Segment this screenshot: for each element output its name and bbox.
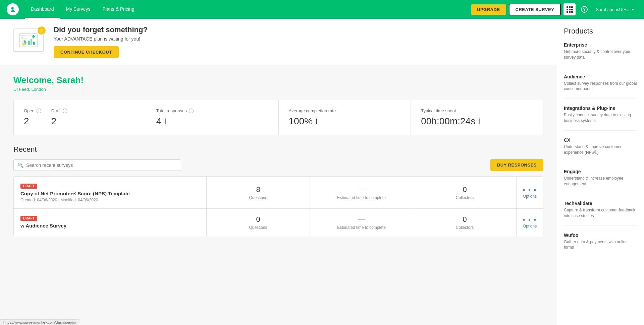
products-panel: Products Enterprise Get more security & …	[557, 19, 644, 325]
draft-badge-1: DRAFT	[20, 216, 37, 221]
avg-completion-label: Average completion rate	[289, 108, 336, 113]
help-button[interactable]: ?	[578, 3, 590, 15]
survey-collectors-0: 0 Collectors	[413, 177, 516, 208]
draft-info-icon[interactable]: i	[63, 109, 67, 113]
survey-estimated-time-0: — Estimated time to complete	[310, 177, 413, 208]
create-survey-button[interactable]: CREATE SURVEY	[509, 4, 561, 15]
options-label-0[interactable]: Options	[523, 194, 537, 199]
svg-rect-6	[21, 38, 28, 39]
open-info-icon[interactable]: i	[37, 109, 41, 113]
open-label: Open	[24, 108, 35, 113]
promo-image: ⭐	[13, 28, 47, 55]
typical-time-info-icon[interactable]: i	[478, 116, 480, 127]
buy-responses-button[interactable]: Buy Responses	[490, 159, 543, 171]
survey-questions-1: 0 Questions	[206, 209, 310, 236]
main-wrapper: ⭐ Did you forget something? Your ADVANTA…	[0, 19, 644, 325]
nav-links: Dashboard My Surveys Plans & Pricing	[25, 0, 471, 19]
recent-toolbar: 🔍 Buy Responses	[13, 159, 543, 171]
avg-completion-value: 100% i	[289, 116, 401, 127]
total-responses-label: Total responses	[156, 108, 187, 113]
help-icon: ?	[581, 6, 588, 13]
dashboard-body: Welcome, Sarah! UI Feed, London Open i 2	[0, 65, 557, 246]
products-title: Products	[564, 27, 637, 36]
survey-name-1[interactable]: w Audience Survey	[20, 223, 200, 229]
product-engage[interactable]: Engage Understand & increase employee en…	[564, 169, 637, 194]
draft-badge-0: DRAFT	[20, 184, 37, 189]
total-responses-value: 4 i	[156, 116, 268, 127]
product-cx[interactable]: CX Understand & improve customer experie…	[564, 137, 637, 162]
svg-rect-9	[31, 39, 32, 45]
grid-menu-button[interactable]	[564, 3, 576, 15]
stat-open-sub: Open i 2	[24, 108, 41, 127]
product-list: Enterprise Get more security & control o…	[564, 42, 637, 257]
options-dots-0[interactable]: • • •	[523, 186, 537, 194]
logo[interactable]	[7, 3, 19, 15]
nav-link-dashboard[interactable]: Dashboard	[25, 0, 60, 19]
welcome-section: Welcome, Sarah! UI Feed, London	[13, 75, 543, 92]
recent-title: Recent	[13, 145, 543, 154]
product-enterprise[interactable]: Enterprise Get more security & control o…	[564, 42, 637, 67]
search-icon: 🔍	[18, 162, 23, 168]
options-dots-1[interactable]: • • •	[523, 216, 537, 224]
stat-avg-completion: Average completion rate 100% i	[279, 100, 411, 135]
survey-name-0[interactable]: Copy of Net Promoter® Score (NPS) Templa…	[20, 191, 200, 196]
svg-point-2	[13, 7, 14, 8]
svg-rect-5	[21, 37, 23, 38]
stat-typical-time: Typical time spent 00h:00m:24s i	[411, 100, 543, 135]
stat-open: Open i 2 Draft i 2	[14, 100, 146, 135]
navbar-right: UPGRADE CREATE SURVEY ? SarahJonasUIF...…	[471, 3, 637, 15]
options-label-1[interactable]: Options	[523, 224, 537, 229]
survey-info-0: DRAFT Copy of Net Promoter® Score (NPS) …	[14, 177, 206, 208]
survey-questions-0: 8 Questions	[206, 177, 310, 208]
main-content: ⭐ Did you forget something? Your ADVANTA…	[0, 19, 557, 325]
user-menu[interactable]: SarahJonasUIF... ▼	[593, 6, 637, 13]
nav-link-my-surveys[interactable]: My Surveys	[60, 0, 97, 19]
product-techvalidate[interactable]: TechValidate Capture & transform custome…	[564, 201, 637, 226]
recent-section: Recent 🔍 Buy Responses DRAFT Copy of Net…	[13, 145, 543, 236]
org-info: UI Feed, London	[13, 87, 543, 92]
svg-rect-7	[21, 39, 26, 40]
survey-meta-0: Created: 04/06/2020 | Modified: 04/06/20…	[20, 198, 200, 202]
user-name: SarahJonasUIF...	[596, 7, 629, 12]
welcome-heading: Welcome, Sarah!	[13, 75, 543, 85]
open-value: 2	[24, 116, 41, 127]
promo-title: Did you forget something?	[54, 25, 148, 34]
product-audience[interactable]: Audience Collect survey responses from o…	[564, 74, 637, 99]
svg-rect-10	[33, 42, 35, 45]
grid-icon	[567, 6, 573, 13]
typical-time-value: 00h:00m:24s i	[421, 116, 533, 127]
survey-list: DRAFT Copy of Net Promoter® Score (NPS) …	[13, 176, 543, 236]
chevron-down-icon: ▼	[631, 8, 635, 11]
survey-options-1[interactable]: • • • Options	[516, 209, 543, 236]
navbar: Dashboard My Surveys Plans & Pricing UPG…	[0, 0, 644, 19]
svg-rect-8	[28, 41, 30, 45]
typical-time-label: Typical time spent	[421, 108, 456, 113]
draft-value: 2	[51, 116, 67, 127]
total-responses-info-icon[interactable]: i	[189, 109, 194, 113]
url-bar: https://www.surveymonkey.com/dashboard/#	[0, 319, 79, 325]
avg-completion-info-icon[interactable]: i	[315, 116, 317, 127]
stat-open-draft-pair: Open i 2 Draft i 2	[24, 108, 136, 127]
product-integrations[interactable]: Integrations & Plug-ins Easily connect s…	[564, 106, 637, 131]
survey-info-1: DRAFT w Audience Survey	[14, 209, 206, 236]
upgrade-button[interactable]: UPGRADE	[471, 4, 506, 15]
product-wufoo[interactable]: Wufoo Gather data & payments with online…	[564, 233, 637, 257]
stats-row: Open i 2 Draft i 2	[13, 100, 543, 135]
promo-image-box: ⭐	[13, 28, 44, 52]
continue-checkout-button[interactable]: CONTINUE CHECKOUT	[54, 46, 119, 58]
survey-collectors-1: 0 Collectors	[413, 209, 516, 236]
table-row: DRAFT w Audience Survey 0 Questions —	[14, 209, 543, 236]
search-input[interactable]	[26, 162, 177, 168]
promo-banner: ⭐ Did you forget something? Your ADVANTA…	[0, 19, 557, 65]
nav-link-plans-pricing[interactable]: Plans & Pricing	[97, 0, 141, 19]
promo-subtitle: Your ADVANTAGE plan is waiting for you!	[54, 36, 148, 42]
stat-draft-sub: Draft i 2	[51, 108, 67, 127]
table-row: DRAFT Copy of Net Promoter® Score (NPS) …	[14, 177, 543, 209]
total-responses-value-info[interactable]: i	[164, 116, 166, 127]
promo-text: Did you forget something? Your ADVANTAGE…	[54, 25, 148, 58]
draft-label: Draft	[51, 108, 61, 113]
stat-total-responses: Total responses i 4 i	[146, 100, 279, 135]
search-box: 🔍	[13, 159, 181, 171]
promo-star-icon: ⭐	[38, 26, 46, 35]
survey-options-0[interactable]: • • • Options	[516, 177, 543, 208]
